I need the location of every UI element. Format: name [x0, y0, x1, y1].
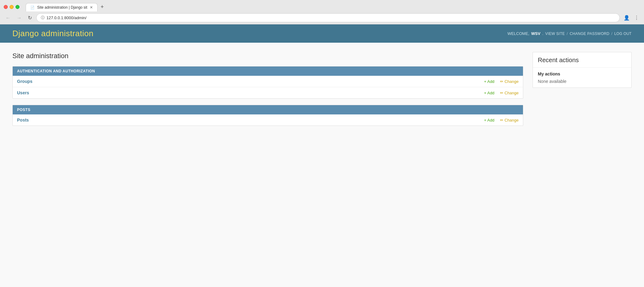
forward-button[interactable]: →: [15, 15, 24, 21]
browser-chrome: 📄 Site administration | Django sit ✕ + ←…: [0, 0, 644, 24]
users-change-link[interactable]: ✏ Change: [500, 91, 519, 95]
users-row: Users + Add ✏ Change: [13, 87, 523, 98]
back-button[interactable]: ←: [4, 15, 12, 21]
security-icon: ⓘ: [41, 15, 45, 20]
browser-menu: 👤 ⋮: [622, 14, 640, 22]
traffic-lights: [4, 5, 20, 9]
change-password-link[interactable]: CHANGE PASSWORD: [570, 32, 609, 36]
profile-icon[interactable]: 👤: [622, 14, 631, 22]
my-actions-title: My actions: [538, 71, 626, 76]
more-menu-button[interactable]: ⋮: [633, 14, 640, 22]
groups-add-link[interactable]: + Add: [484, 79, 494, 84]
posts-change-link[interactable]: ✏ Change: [500, 118, 519, 122]
close-button[interactable]: [4, 5, 8, 9]
users-add-link[interactable]: + Add: [484, 91, 494, 95]
recent-actions-sidebar: Recent actions My actions None available: [533, 52, 632, 88]
reload-button[interactable]: ↻: [26, 14, 34, 21]
user-info: WELCOME, WSV. VIEW SITE / CHANGE PASSWOR…: [507, 31, 632, 36]
username: WSV: [531, 31, 541, 36]
logout-link[interactable]: LOG OUT: [614, 32, 632, 36]
groups-row: Groups + Add ✏ Change: [13, 76, 523, 87]
maximize-button[interactable]: [15, 5, 20, 9]
tab-title: Site administration | Django sit: [37, 5, 87, 10]
new-tab-button[interactable]: +: [98, 2, 107, 11]
groups-change-link[interactable]: ✏ Change: [500, 79, 519, 84]
groups-actions: + Add ✏ Change: [484, 79, 519, 84]
auth-module-header: Authentication and Authorization: [13, 66, 523, 76]
posts-link[interactable]: Posts: [17, 118, 484, 122]
my-actions-section: My actions None available: [533, 68, 631, 88]
page-title: Site administration: [12, 52, 523, 60]
main-content: Site administration Authentication and A…: [0, 43, 644, 141]
minimize-button[interactable]: [10, 5, 14, 9]
no-actions-text: None available: [538, 79, 626, 84]
django-header: Django administration WELCOME, WSV. VIEW…: [0, 24, 644, 43]
address-bar[interactable]: ⓘ 127.0.0.1:8000/admin/: [36, 13, 620, 22]
period: .: [542, 31, 543, 36]
welcome-text: WELCOME,: [507, 31, 529, 36]
posts-actions: + Add ✏ Change: [484, 118, 519, 122]
posts-add-link[interactable]: + Add: [484, 118, 494, 122]
sidebar-header: Recent actions: [533, 52, 631, 68]
groups-link[interactable]: Groups: [17, 79, 484, 84]
browser-titlebar: 📄 Site administration | Django sit ✕ +: [0, 0, 644, 11]
posts-row: Posts + Add ✏ Change: [13, 114, 523, 126]
posts-module: Posts Posts + Add ✏ Change: [12, 105, 523, 126]
active-tab[interactable]: 📄 Site administration | Django sit ✕: [26, 3, 98, 11]
view-site-link[interactable]: VIEW SITE: [545, 32, 565, 36]
users-link[interactable]: Users: [17, 90, 484, 95]
separator-1: /: [567, 31, 568, 36]
content-main: Site administration Authentication and A…: [12, 52, 523, 132]
auth-module: Authentication and Authorization Groups …: [12, 66, 523, 99]
site-title: Django administration: [12, 29, 94, 38]
tab-page-icon: 📄: [30, 6, 35, 10]
url-text: 127.0.0.1:8000/admin/: [46, 15, 615, 20]
posts-module-header: Posts: [13, 105, 523, 114]
tab-close-icon[interactable]: ✕: [90, 5, 93, 10]
browser-toolbar: ← → ↻ ⓘ 127.0.0.1:8000/admin/ 👤 ⋮: [0, 11, 644, 24]
sidebar-title: Recent actions: [538, 57, 626, 64]
separator-2: /: [611, 31, 612, 36]
tab-bar: 📄 Site administration | Django sit ✕ +: [26, 2, 106, 11]
users-actions: + Add ✏ Change: [484, 91, 519, 95]
